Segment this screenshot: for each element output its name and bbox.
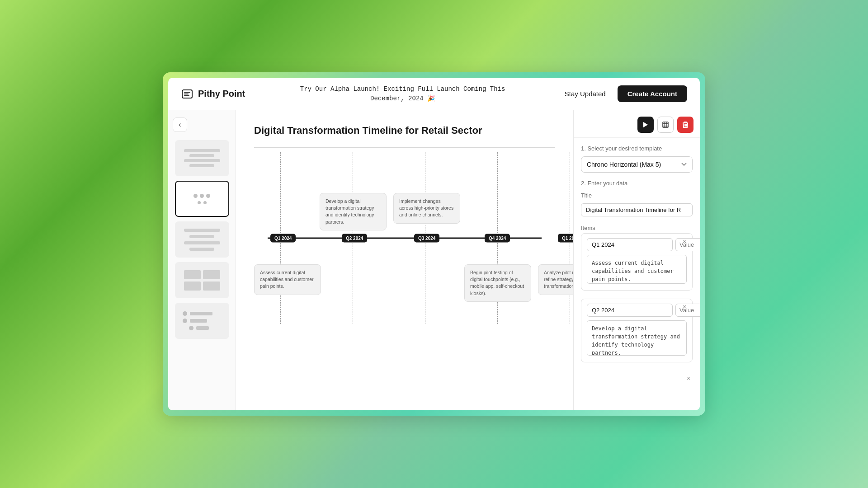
- item-2-description[interactable]: Develop a digital transformation strateg…: [587, 320, 687, 356]
- thumb5-rect-2: [190, 319, 207, 323]
- template-thumb-1[interactable]: [175, 140, 229, 176]
- item-1-header: [587, 238, 687, 251]
- back-icon: ‹: [179, 121, 181, 129]
- thumb-grid-2: [203, 270, 220, 279]
- main-canvas: Digital Transformation Timeline for Reta…: [236, 110, 573, 410]
- back-button[interactable]: ‹: [173, 117, 187, 132]
- step1-label: 1. Select your desired template: [581, 145, 693, 152]
- title-label: Title: [581, 192, 693, 199]
- items-header: Items: [574, 225, 700, 233]
- q3-2024-card: Implement changes across high-priority s…: [393, 193, 460, 224]
- divider-line: [254, 147, 555, 148]
- create-account-button[interactable]: Create Account: [618, 85, 687, 102]
- logo: Pithy Point: [181, 88, 245, 100]
- thumb-dot-3: [206, 194, 210, 198]
- q2-2024-card: Develop a digital transformation strateg…: [320, 193, 387, 230]
- node-3: Q3 2024: [414, 234, 439, 243]
- thumb5-rect-3: [196, 326, 209, 330]
- item-1-description[interactable]: Assess current digital capabilities and …: [587, 255, 687, 284]
- thumb-row-1: [198, 201, 207, 204]
- panel-close-button[interactable]: ×: [684, 374, 693, 382]
- q4-2024-card: Begin pilot testing of digital touchpoin…: [464, 264, 531, 302]
- thumb-line-short-2: [189, 164, 214, 167]
- item-block-1: × Assess current digital capabilities an…: [574, 233, 700, 299]
- thumb-line: [184, 149, 220, 152]
- thumb-small-dot-2: [203, 201, 207, 204]
- bottom-close-row: ×: [574, 371, 700, 386]
- stay-updated-button[interactable]: Stay Updated: [560, 87, 610, 100]
- banner-line2: December, 2024 🎉: [370, 95, 435, 102]
- thumb-dot-1: [193, 194, 198, 198]
- thumb-dot-2: [200, 194, 204, 198]
- body: ‹: [168, 110, 700, 410]
- q1-2024-card: Assess current digital capabilities and …: [254, 264, 321, 295]
- item-2-key[interactable]: [587, 304, 673, 317]
- header-actions: Stay Updated Create Account: [560, 85, 687, 102]
- item-1-key[interactable]: [587, 238, 673, 251]
- timeline-visual: Q1 2024 Assess current digital capabilit…: [254, 152, 555, 324]
- q3-2024-label: Q3 2024: [414, 234, 439, 243]
- frame-button[interactable]: [657, 117, 674, 133]
- template-select[interactable]: Chrono Horizontal (Max 5): [581, 156, 693, 173]
- q2-2024-label: Q2 2024: [342, 234, 367, 243]
- item-2-header: [587, 304, 687, 317]
- banner-line1: Try Our Alpha Launch! Exciting Full Laun…: [300, 85, 505, 93]
- thumb-grid-1: [184, 270, 201, 279]
- thumb5-dot-1: [183, 311, 187, 316]
- thumb-line-3c: [184, 241, 220, 244]
- sidebar: ‹: [168, 110, 236, 410]
- item-block-2: × Develop a digital transformation strat…: [574, 299, 700, 371]
- thumb-line-2: [184, 159, 220, 162]
- q1-2025-label: Q1 2025: [558, 234, 573, 243]
- slide-title: Digital Transformation Timeline for Reta…: [254, 125, 555, 136]
- items-label: Items: [581, 225, 595, 231]
- svg-rect-5: [663, 122, 668, 127]
- header: Pithy Point Try Our Alpha Launch! Exciti…: [168, 78, 700, 110]
- panel-toolbar: [574, 110, 700, 138]
- thumb-dots-row: [193, 194, 210, 198]
- item-1: × Assess current digital capabilities an…: [581, 233, 693, 291]
- thumb-grid-4: [203, 282, 220, 291]
- play-button[interactable]: [637, 117, 654, 133]
- thumb-small-dot-1: [198, 201, 201, 204]
- thumb5-dot-3: [189, 326, 193, 330]
- thumb-grid-3: [184, 282, 201, 291]
- canvas-area: Digital Transformation Timeline for Reta…: [236, 110, 573, 410]
- item-2: × Develop a digital transformation strat…: [581, 299, 693, 362]
- thumb-line-short: [189, 154, 214, 157]
- svg-marker-4: [643, 122, 648, 127]
- title-input[interactable]: [581, 203, 693, 216]
- logo-text: Pithy Point: [198, 89, 245, 99]
- thumb-line-3b: [189, 235, 214, 238]
- template-thumb-5[interactable]: [175, 303, 229, 339]
- template-thumb-4[interactable]: [175, 262, 229, 298]
- q1-2024-label: Q1 2024: [270, 234, 296, 243]
- template-thumb-2[interactable]: [175, 181, 229, 217]
- thumb5-dot-2: [183, 319, 187, 323]
- thumb5-rect-1: [190, 312, 212, 315]
- thumb-line-3d: [189, 248, 214, 251]
- step2-label: 2. Enter your data: [581, 180, 693, 187]
- item-1-close[interactable]: ×: [680, 237, 689, 245]
- template-select-section: 1. Select your desired template Chrono H…: [574, 138, 700, 176]
- data-section: Title: [574, 192, 700, 225]
- item-2-close[interactable]: ×: [680, 303, 689, 311]
- node-2: Q2 2024: [342, 234, 367, 243]
- right-panel: 1. Select your desired template Chrono H…: [573, 110, 700, 410]
- q4-2024-label: Q4 2024: [485, 234, 510, 243]
- node-1: Q1 2024: [270, 234, 296, 243]
- logo-icon: [181, 88, 193, 100]
- q1-2025-card: Analyze pilot results, refine strategy, …: [538, 264, 573, 295]
- node-4: Q4 2024: [485, 234, 510, 243]
- node-5: Q1 2025: [558, 234, 573, 243]
- template-thumb-3[interactable]: [175, 221, 229, 258]
- step2-section: 2. Enter your data: [574, 176, 700, 192]
- header-banner: Try Our Alpha Launch! Exciting Full Laun…: [256, 84, 549, 103]
- delete-button[interactable]: [677, 117, 693, 133]
- thumb-line-3a: [184, 229, 220, 232]
